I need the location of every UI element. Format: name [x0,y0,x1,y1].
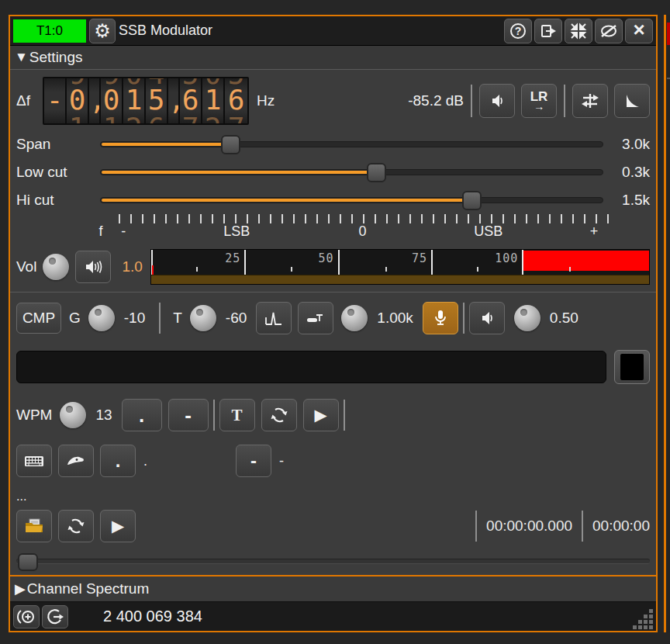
dash-key-button[interactable]: - [236,445,271,477]
freq-digit[interactable]: - [44,78,67,123]
spike-response-icon [264,308,284,328]
speaker-icon [478,309,496,327]
hide-button[interactable] [595,19,623,43]
span-label: Span [16,136,100,153]
threshold-knob[interactable] [190,305,216,331]
span-slider-handle[interactable] [221,135,240,154]
play-icon: ▶ [315,406,327,424]
add-channel-icon [16,608,36,626]
separator [213,400,215,431]
resize-grip[interactable] [630,609,654,629]
dash-mode-button[interactable]: - [168,399,209,431]
titlebar[interactable]: T1:0 ⚙ SSB Modulator ? [10,16,656,46]
lr-icon: LR → [530,92,548,110]
move-to-workspace-button[interactable] [534,19,562,43]
hicut-row: Hi cut 1.5k [10,189,656,212]
tone-toggle-button[interactable] [298,302,333,334]
scale-minus-label: - [121,223,126,240]
volume-knob[interactable] [43,254,69,280]
duplicate-channel-button[interactable] [13,605,40,628]
swap-arrows-icon [580,91,600,111]
freq-digit[interactable]: 901 [67,78,89,123]
sideband-flip-button[interactable] [572,84,608,118]
span-value: 3.0k [614,136,650,153]
lowcut-row: Low cut 0.3k [10,161,656,184]
cw-text-input[interactable] [16,351,606,383]
freq-digit[interactable]: 567 [180,78,202,123]
open-file-button[interactable] [16,510,52,542]
lowcut-value: 0.3k [614,164,650,181]
wpm-row: WPM 13 . - T ▶ [10,395,656,435]
lowcut-slider-fill [102,171,378,174]
freq-separator: , [168,78,180,123]
keyer-play-button[interactable]: ▶ [303,399,339,431]
move-channel-button[interactable] [42,605,68,628]
cw-key-icon [306,308,326,328]
wpm-knob[interactable] [60,402,86,428]
settings-dialog-button[interactable]: ⚙ [89,19,116,43]
dsb-filter-button[interactable] [614,84,650,118]
stereo-channels-button[interactable]: LR → [521,84,557,118]
feedback-volume-knob[interactable] [514,305,540,331]
close-icon: × [633,19,644,40]
channel-power-value: -85.2 dB [408,92,464,109]
morse-key-button[interactable] [58,445,94,477]
band-scale-labels: f - LSB 0 USB + [111,223,614,242]
span-slider[interactable] [100,141,603,147]
dot-mode-button[interactable]: . [122,399,162,431]
hicut-slider-fill [102,199,473,202]
file-play-button[interactable]: ▶ [100,510,136,542]
compressor-toggle-button[interactable]: CMP [16,303,61,334]
file-position-handle[interactable] [18,553,38,571]
hicut-slider-handle[interactable] [462,191,482,210]
monitor-audio-button[interactable] [479,84,515,118]
lowcut-slider[interactable] [100,169,603,175]
freq-digit[interactable]: 012 [123,78,146,123]
file-loop-button[interactable] [58,510,94,542]
file-position-slider[interactable] [16,559,650,564]
channel-index-badge[interactable]: T1:0 [13,19,86,43]
spectrum-section-header[interactable]: ▶ Channel Spectrum [10,576,656,601]
freq-digit[interactable]: 567 [225,78,247,123]
close-button[interactable]: × [625,19,653,43]
dot-key-hint: . [143,453,147,469]
cw-text-row [10,348,656,386]
play-icon: ▶ [112,517,124,535]
dot-key-button[interactable]: . [100,445,136,477]
meter-overload-zone [522,251,649,271]
tone-frequency-knob[interactable] [341,305,368,331]
audio-mute-button[interactable] [75,251,111,283]
freq-digit[interactable]: 901 [101,78,123,123]
separator [159,303,161,334]
wpm-label: WPM [16,407,52,424]
adjacent-window-edge [664,15,670,632]
volume-label: Vol [16,258,36,275]
hicut-value: 1.5k [614,192,650,209]
hicut-slider[interactable] [100,197,603,203]
black-swatch [620,354,644,380]
hicut-label: Hi cut [16,192,100,209]
text-mode-button[interactable]: T [219,399,255,431]
dash-key-hint: - [279,453,284,469]
shrink-button[interactable] [565,19,592,43]
keyboard-keyer-button[interactable] [16,445,52,477]
freq-digit[interactable]: 012 [202,78,225,123]
frequency-dial[interactable]: - 901 , 901 012 456 , 567 012 567 [43,77,249,125]
lowcut-slider-handle[interactable] [367,163,386,182]
help-button[interactable]: ? [504,19,532,43]
freq-digit[interactable]: 456 [146,78,168,123]
color-swatch-button[interactable] [614,350,650,384]
loop-button[interactable] [261,399,297,431]
gain-knob[interactable] [88,305,115,331]
wpm-value: 13 [95,407,112,424]
delta-f-label: Δf [16,92,43,109]
folder-icon [23,515,45,537]
level-meter: 25 50 75 100 [150,249,650,285]
settings-section-header[interactable]: ▼ Settings [10,46,656,70]
feedback-audio-button[interactable] [469,302,505,334]
filter-response-icon [623,92,641,110]
hide-eye-icon [599,22,618,40]
gain-value: -10 [124,310,145,327]
agc-toggle-button[interactable] [256,302,292,334]
mic-input-button[interactable] [423,302,458,334]
